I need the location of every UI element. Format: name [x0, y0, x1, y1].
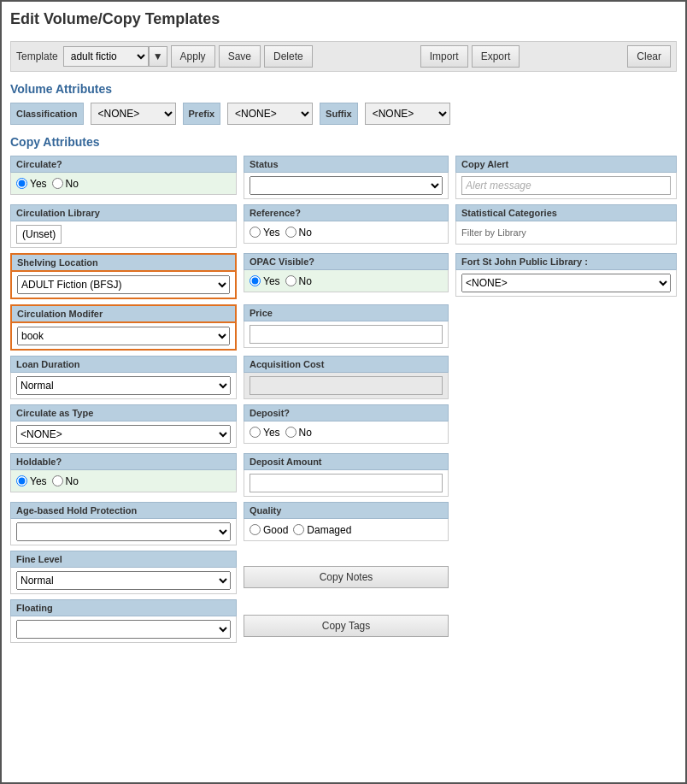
copy-alert-block: Copy Alert — [455, 156, 677, 199]
quality-good-radio[interactable] — [250, 524, 261, 535]
quality-good-label[interactable]: Good — [250, 524, 288, 536]
age-hold-content — [10, 519, 237, 545]
circulate-yes-radio[interactable] — [16, 178, 27, 189]
circ-type-block: Circulate as Type <NONE> — [10, 404, 237, 448]
acq-cost-content — [244, 373, 449, 399]
import-button[interactable]: Import — [420, 45, 468, 68]
circ-modifier-block: Circulation Modifer book — [10, 304, 237, 351]
floating-label: Floating — [10, 599, 237, 616]
copy-tags-button[interactable]: Copy Tags — [244, 615, 449, 637]
copy-notes-btn-block: Copy Notes — [244, 551, 449, 588]
fort-st-john-select[interactable]: <NONE> — [461, 274, 671, 292]
deposit-amount-input[interactable] — [250, 474, 443, 492]
suffix-select[interactable]: <NONE> — [365, 103, 450, 125]
status-content — [244, 173, 449, 199]
opac-no-label[interactable]: No — [285, 275, 312, 287]
shelving-select[interactable]: ADULT Fiction (BFSJ) — [17, 275, 230, 294]
deposit-no-radio[interactable] — [285, 427, 297, 438]
age-hold-select[interactable] — [16, 522, 231, 541]
circulate-yes-label[interactable]: Yes — [16, 178, 47, 190]
opac-block: OPAC Visible? Yes No — [244, 253, 449, 292]
status-block: Status — [244, 156, 449, 199]
deposit-content: Yes No — [244, 421, 449, 444]
copy-notes-button[interactable]: Copy Notes — [244, 566, 449, 588]
holdable-yes-radio[interactable] — [16, 475, 27, 486]
fine-level-label: Fine Level — [10, 551, 237, 568]
acq-cost-input[interactable] — [250, 376, 443, 395]
circulate-no-radio[interactable] — [52, 178, 63, 189]
reference-no-radio[interactable] — [285, 227, 297, 238]
delete-button[interactable]: Delete — [264, 45, 313, 68]
reference-block: Reference? Yes No — [244, 204, 449, 244]
status-select[interactable] — [250, 176, 443, 195]
toolbar: Template adult fictio ▼ Apply Save Delet… — [10, 41, 677, 72]
opac-yes-label[interactable]: Yes — [250, 275, 280, 287]
clear-button[interactable]: Clear — [627, 45, 671, 68]
reference-yes-radio[interactable] — [250, 227, 261, 238]
classification-select[interactable]: <NONE> — [91, 103, 176, 125]
row-age-hold: Age-based Hold Protection Quality Good D… — [10, 502, 677, 545]
price-input[interactable] — [250, 325, 443, 344]
apply-button[interactable]: Apply — [171, 45, 215, 68]
circ-modifier-content: book — [10, 321, 237, 351]
circ-library-btn[interactable]: (Unset) — [16, 225, 62, 244]
fort-st-john-label: Fort St John Public Library : — [455, 253, 677, 270]
prefix-label: Prefix — [183, 103, 221, 125]
loan-duration-select[interactable]: Normal — [16, 376, 231, 395]
floating-select[interactable] — [16, 620, 231, 639]
circ-library-label: Circulation Library — [10, 204, 237, 221]
copy-alert-label: Copy Alert — [455, 156, 677, 173]
deposit-yes-label[interactable]: Yes — [250, 427, 280, 439]
fine-level-block: Fine Level Normal — [10, 551, 237, 594]
circ-type-select[interactable]: <NONE> — [16, 425, 231, 444]
price-content — [244, 321, 449, 348]
shelving-content: ADULT Fiction (BFSJ) — [10, 270, 237, 299]
floating-content — [10, 616, 237, 643]
row-shelving: Shelving Location ADULT Fiction (BFSJ) O… — [10, 253, 677, 299]
reference-content: Yes No — [244, 221, 449, 244]
quality-block: Quality Good Damaged — [244, 502, 449, 541]
volume-attrs-row: Classification <NONE> Prefix <NONE> Suff… — [10, 103, 677, 125]
quality-damaged-radio[interactable] — [293, 524, 304, 535]
template-dropdown-btn[interactable]: ▼ — [149, 46, 167, 67]
fort-st-john-content: <NONE> — [455, 270, 677, 297]
export-button[interactable]: Export — [472, 45, 520, 68]
holdable-yes-label[interactable]: Yes — [16, 475, 47, 487]
quality-content: Good Damaged — [244, 519, 449, 541]
holdable-no-radio[interactable] — [52, 475, 63, 486]
prefix-select[interactable]: <NONE> — [227, 103, 313, 125]
deposit-amount-content — [244, 470, 449, 497]
save-button[interactable]: Save — [219, 45, 261, 68]
price-block: Price — [244, 304, 449, 348]
opac-yes-radio[interactable] — [250, 275, 261, 286]
copy-alert-input[interactable] — [461, 176, 671, 195]
opac-no-radio[interactable] — [285, 275, 297, 286]
row-loan-duration: Loan Duration Normal Acquisition Cost — [10, 356, 677, 399]
row-circ-modifier: Circulation Modifer book Price — [10, 304, 677, 351]
classification-label: Classification — [10, 103, 84, 125]
reference-yes-label[interactable]: Yes — [250, 227, 280, 239]
reference-no-label[interactable]: No — [285, 227, 312, 239]
holdable-no-label[interactable]: No — [52, 475, 79, 487]
deposit-amount-label: Deposit Amount — [244, 453, 449, 470]
fine-level-select[interactable]: Normal — [16, 571, 231, 590]
circ-type-label: Circulate as Type — [10, 404, 237, 421]
reference-label: Reference? — [244, 204, 449, 221]
circulate-no-label[interactable]: No — [52, 178, 79, 190]
deposit-no-label[interactable]: No — [285, 427, 312, 439]
suffix-label: Suffix — [320, 103, 358, 125]
page-container: Edit Volume/Copy Templates Template adul… — [0, 0, 687, 784]
copy-attrs-header: Copy Attributes — [10, 135, 677, 149]
quality-damaged-label[interactable]: Damaged — [293, 524, 351, 536]
age-hold-block: Age-based Hold Protection — [10, 502, 237, 545]
stat-cat-filter: Filter by Library — [461, 225, 526, 240]
fort-st-john-block: Fort St John Public Library : <NONE> — [455, 253, 677, 297]
circ-modifier-select[interactable]: book — [17, 327, 230, 345]
template-select[interactable]: adult fictio — [63, 46, 149, 67]
opac-label: OPAC Visible? — [244, 253, 449, 270]
row-fine-level: Fine Level Normal Copy Notes — [10, 551, 677, 594]
row-floating: Floating Copy Tags — [10, 599, 677, 643]
loan-duration-block: Loan Duration Normal — [10, 356, 237, 399]
deposit-yes-radio[interactable] — [250, 427, 261, 438]
acq-cost-block: Acquisition Cost — [244, 356, 449, 399]
